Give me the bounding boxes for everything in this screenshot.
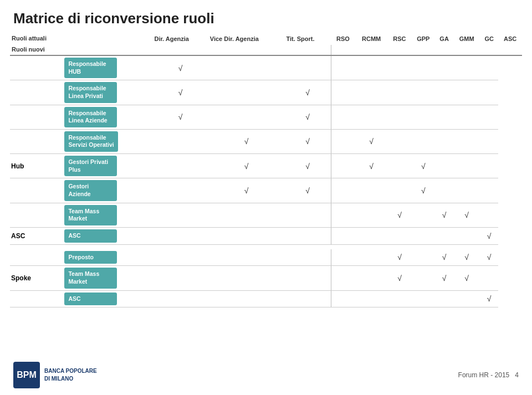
check-cell <box>411 129 435 153</box>
check-cell <box>355 178 388 203</box>
check-cell <box>152 249 208 266</box>
col-dir-agenzia-header: Dir. Agenzia <box>152 33 208 45</box>
check-cell: √ <box>480 227 498 244</box>
table-row: ASC√ <box>10 290 522 307</box>
check-cell: √ <box>480 290 498 307</box>
bank-name: BANCA POPOLAREDI MILANO <box>44 367 97 383</box>
check-cell <box>208 80 285 105</box>
check-cell: √ <box>388 249 412 266</box>
check-cell <box>208 266 285 290</box>
col-tit-header2 <box>284 45 331 55</box>
table-row: HubGestori Privati Plus√√√√ <box>10 154 522 178</box>
check-cell: √ <box>388 266 412 290</box>
role-label-cell: ASC <box>63 227 152 244</box>
check-cell: √ <box>208 154 285 178</box>
group-label-cell <box>10 178 63 203</box>
col-rso-header2 <box>331 45 355 55</box>
table-row: Responsabile HUB√ <box>10 55 522 80</box>
footer: BPM BANCA POPOLAREDI MILANO Forum HR - 2… <box>0 362 532 388</box>
check-cell <box>284 290 331 307</box>
check-cell <box>331 227 355 244</box>
table-row: Gestori Aziende√√√ <box>10 178 522 203</box>
check-cell <box>480 129 498 153</box>
check-cell <box>355 249 388 266</box>
check-cell <box>331 290 355 307</box>
check-cell <box>411 105 435 129</box>
col-dir-header2 <box>152 45 208 55</box>
check-cell <box>435 80 453 105</box>
table-row: Team Mass Market√√√ <box>10 203 522 227</box>
check-cell <box>435 290 453 307</box>
check-cell <box>355 290 388 307</box>
check-cell: √ <box>284 178 331 203</box>
check-cell <box>284 55 331 80</box>
check-cell <box>435 105 453 129</box>
page-title: Matrice di riconversione ruoli <box>0 0 532 33</box>
check-cell <box>411 203 435 227</box>
check-cell <box>453 154 480 178</box>
check-cell <box>388 178 412 203</box>
check-cell <box>152 129 208 153</box>
group-label-cell: Hub <box>10 154 63 178</box>
group-label-cell <box>10 105 63 129</box>
check-cell <box>331 266 355 290</box>
check-cell: √ <box>355 129 388 153</box>
check-cell <box>453 105 480 129</box>
check-cell: √ <box>435 203 453 227</box>
check-cell: √ <box>152 105 208 129</box>
table-row: Responsabile Linea Privati√√ <box>10 80 522 105</box>
check-cell <box>331 249 355 266</box>
group-label-cell <box>10 129 63 153</box>
col-vicedir-header2 <box>208 45 285 55</box>
check-cell <box>331 178 355 203</box>
check-cell <box>411 55 435 80</box>
check-cell <box>331 154 355 178</box>
check-cell <box>388 154 412 178</box>
check-cell: √ <box>208 178 285 203</box>
check-cell <box>480 80 498 105</box>
col-asc-header: ASC <box>498 33 522 45</box>
col-tit-header: Tit. Sport. <box>284 33 331 45</box>
check-cell <box>453 290 480 307</box>
check-cell: √ <box>284 154 331 178</box>
check-cell <box>411 290 435 307</box>
check-cell <box>480 178 498 203</box>
check-cell <box>331 55 355 80</box>
check-cell <box>208 227 285 244</box>
check-cell: √ <box>453 249 480 266</box>
check-cell <box>284 203 331 227</box>
role-label-cell: ASC <box>63 290 152 307</box>
col-rcmm-header2 <box>355 45 388 55</box>
check-cell <box>208 203 285 227</box>
check-cell <box>331 80 355 105</box>
check-cell <box>284 249 331 266</box>
table-row: SpokeTeam Mass Market√√√ <box>10 266 522 290</box>
role-label-cell: Responsabile Linea Privati <box>63 80 152 105</box>
check-cell: √ <box>208 129 285 153</box>
check-cell <box>480 55 498 80</box>
col-gmm-header: GMM <box>453 33 480 45</box>
check-cell <box>284 266 331 290</box>
ruoli-nuovi-header: Ruoli nuovi <box>10 45 63 55</box>
col-ga-header: GA <box>435 33 453 45</box>
check-cell <box>388 105 412 129</box>
check-cell <box>152 203 208 227</box>
check-cell: √ <box>453 266 480 290</box>
check-cell <box>208 55 285 80</box>
check-cell <box>411 266 435 290</box>
col-gc-header: GC <box>480 33 498 45</box>
check-cell <box>480 154 498 178</box>
check-cell <box>331 129 355 153</box>
col-rcmm-header: RCMM <box>355 33 388 45</box>
col-ga-header2 <box>435 45 453 55</box>
check-cell <box>152 290 208 307</box>
group-label-cell <box>10 249 63 266</box>
role-label-cell: Team Mass Market <box>63 203 152 227</box>
check-cell <box>355 105 388 129</box>
check-cell <box>355 80 388 105</box>
check-cell: √ <box>453 203 480 227</box>
check-cell <box>453 129 480 153</box>
check-cell <box>355 266 388 290</box>
role-label-cell: Team Mass Market <box>63 266 152 290</box>
col-gc-header2 <box>480 45 498 55</box>
